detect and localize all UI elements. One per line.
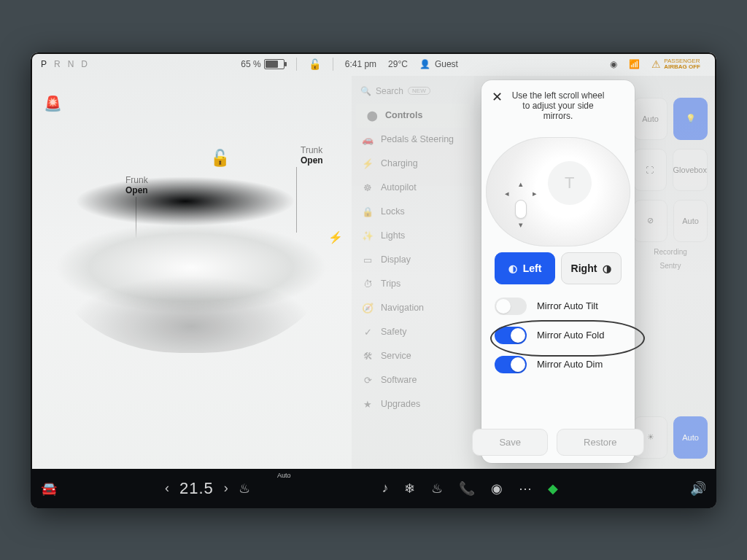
- sidebar-item-icon: ⬤: [366, 110, 378, 121]
- sidebar-item-label: Service: [381, 351, 411, 361]
- sidebar-item-label: Lights: [381, 230, 405, 241]
- bottom-dock: 🚘 ‹ 21.5 › Auto ♨ ♪ ❄ ♨ 📞 ◉ ⋯ ◆ 🔊: [31, 469, 716, 508]
- new-pill: NEW: [408, 87, 430, 95]
- sidebar-item-locks[interactable]: 🔒Locks: [352, 200, 474, 224]
- mirror-left-button[interactable]: ◐ Left: [495, 252, 555, 284]
- trunk-button[interactable]: Trunk Open: [301, 145, 323, 166]
- volume-icon[interactable]: 🔊: [690, 481, 706, 497]
- camera-app-icon[interactable]: ◉: [491, 481, 503, 497]
- music-app-icon[interactable]: ♪: [382, 481, 388, 496]
- sidebar-item-label: Navigation: [381, 303, 424, 313]
- recording-label: Recording: [633, 248, 708, 256]
- sidebar-item-icon: 🛠: [362, 351, 374, 362]
- battery-icon: [264, 59, 285, 69]
- gear-indicator: PRND: [41, 59, 95, 69]
- sentry-label: Sentry: [633, 262, 708, 270]
- dashcam-icon[interactable]: ◆: [548, 481, 558, 497]
- seat-heater-icon[interactable]: ♨: [239, 481, 250, 497]
- toggle: [495, 298, 527, 315]
- temp-down-icon[interactable]: ‹: [165, 481, 169, 496]
- sidebar-item-label: Pedals & Steering: [381, 134, 454, 144]
- infotainment-screen: PRND 65 % 🔓 6:41 pm 29°C 👤 Guest ◉ 📶 ⚠ P…: [31, 52, 716, 508]
- sidebar-item-label: Controls: [385, 110, 422, 120]
- option-label: Mirror Auto Dim: [537, 359, 603, 370]
- sidebar-item-icon: 🧭: [362, 303, 374, 314]
- settings-sidebar: 🔍 Search NEW ⬤Controls🚗Pedals & Steering…: [352, 76, 474, 469]
- headlight-auto-button[interactable]: Auto: [633, 98, 667, 140]
- search-input[interactable]: 🔍 Search NEW: [352, 83, 474, 99]
- option-label: Mirror Auto Fold: [537, 330, 604, 341]
- profile-name: Guest: [435, 59, 458, 69]
- defrost-rear-icon[interactable]: ♨: [431, 481, 443, 497]
- sidebar-item-label: Upgrades: [381, 399, 420, 409]
- profile-button[interactable]: 👤 Guest: [414, 59, 464, 69]
- mirror-right-button[interactable]: Right ◑: [561, 252, 622, 284]
- mirror-left-icon: ◐: [508, 262, 517, 274]
- sidebar-item-display[interactable]: ▭Display: [352, 248, 474, 272]
- close-icon[interactable]: ✕: [492, 89, 503, 105]
- sidebar-item-icon: ▭: [362, 254, 374, 265]
- seatbelt-icon: 🚨: [44, 95, 62, 112]
- option-label: Mirror Auto Tilt: [537, 300, 598, 311]
- search-icon: 🔍: [360, 86, 371, 96]
- sidebar-item-pedals-steering[interactable]: 🚗Pedals & Steering: [352, 128, 474, 152]
- lock-icon[interactable]: 🔓: [303, 58, 327, 70]
- tesla-logo-icon: T: [548, 161, 592, 205]
- brightness-auto-button[interactable]: Auto: [673, 416, 708, 459]
- mirror-right-icon: ◑: [603, 262, 611, 274]
- mirrors-hint: Use the left scroll wheel to adjust your…: [481, 80, 635, 121]
- option-mirror-auto-fold: Mirror Auto Fold: [495, 327, 622, 344]
- sidebar-item-software[interactable]: ⟳Software: [352, 368, 474, 392]
- option-mirror-auto-dim: Mirror Auto Dim: [495, 356, 622, 373]
- sidebar-item-icon: ⏱: [362, 279, 374, 289]
- sidebar-item-label: Software: [381, 375, 417, 385]
- save-button[interactable]: Save: [472, 429, 548, 456]
- sidebar-item-service[interactable]: 🛠Service: [352, 344, 474, 368]
- all-apps-icon[interactable]: ⋯: [519, 481, 532, 497]
- battery-readout[interactable]: 65 %: [235, 59, 290, 69]
- headlight-on-button[interactable]: 💡: [673, 98, 708, 140]
- user-icon: 👤: [419, 59, 430, 69]
- wiper-off-button[interactable]: ⊘: [633, 200, 667, 242]
- sidebar-item-icon: ✨: [362, 230, 374, 241]
- glovebox-button[interactable]: Glovebox: [673, 149, 708, 191]
- toggle[interactable]: [495, 356, 527, 373]
- steering-wheel-graphic: T ▴◂▸ ▾: [486, 137, 630, 246]
- status-bar: PRND 65 % 🔓 6:41 pm 29°C 👤 Guest ◉ 📶 ⚠ P…: [31, 52, 716, 76]
- sidebar-item-trips[interactable]: ⏱Trips: [352, 272, 474, 296]
- sidebar-item-safety[interactable]: ✓Safety: [352, 320, 474, 344]
- defrost-front-icon[interactable]: ❄: [404, 481, 415, 497]
- toggle[interactable]: [495, 327, 527, 344]
- sidebar-item-charging[interactable]: ⚡Charging: [352, 152, 474, 176]
- car-app-icon[interactable]: 🚘: [41, 481, 57, 497]
- seat-auto-label: Auto: [277, 472, 291, 479]
- cabin-temp[interactable]: 21.5: [179, 479, 214, 498]
- wiper-auto-button[interactable]: Auto: [673, 200, 708, 242]
- sidebar-item-icon: ★: [362, 399, 374, 410]
- trunk-label: Trunk: [301, 145, 322, 155]
- temp-up-icon[interactable]: ›: [224, 481, 228, 496]
- sentry-icon[interactable]: ◉: [604, 59, 623, 69]
- sidebar-item-icon: ☸: [362, 182, 374, 193]
- option-mirror-auto-tilt: Mirror Auto Tilt: [495, 298, 622, 315]
- sidebar-item-label: Trips: [381, 279, 400, 289]
- settings-pane: 🔍 Search NEW ⬤Controls🚗Pedals & Steering…: [352, 76, 716, 469]
- sidebar-item-autopilot[interactable]: ☸Autopilot: [352, 176, 474, 200]
- sidebar-item-controls[interactable]: ⬤Controls: [356, 104, 470, 128]
- sidebar-item-icon: 🔒: [362, 206, 374, 217]
- outside-temp: 29°C: [382, 59, 414, 69]
- sidebar-item-label: Safety: [381, 327, 406, 337]
- sidebar-item-upgrades[interactable]: ★Upgrades: [352, 392, 474, 416]
- vehicle-pane: 🚨 🔓 ⚡ Frunk Open Trunk Open: [31, 76, 352, 469]
- wifi-icon[interactable]: 📶: [623, 59, 646, 69]
- phone-app-icon[interactable]: 📞: [459, 481, 475, 497]
- sidebar-item-label: Locks: [381, 206, 405, 217]
- sidebar-item-icon: ⚡: [362, 158, 374, 169]
- scroll-wheel-indicator: ▴◂▸ ▾: [505, 179, 537, 217]
- sidebar-item-lights[interactable]: ✨Lights: [352, 224, 474, 248]
- airbag-warning: ⚠ PASSENGERAIRBAG OFF: [646, 58, 706, 70]
- restore-button[interactable]: Restore: [557, 429, 644, 456]
- quick-controls-rail: Auto 💡 ⛶ Glovebox ⊘ Auto Recording Sentr…: [624, 76, 716, 469]
- fold-mirrors-button[interactable]: ⛶: [633, 149, 667, 191]
- sidebar-item-navigation[interactable]: 🧭Navigation: [352, 296, 474, 320]
